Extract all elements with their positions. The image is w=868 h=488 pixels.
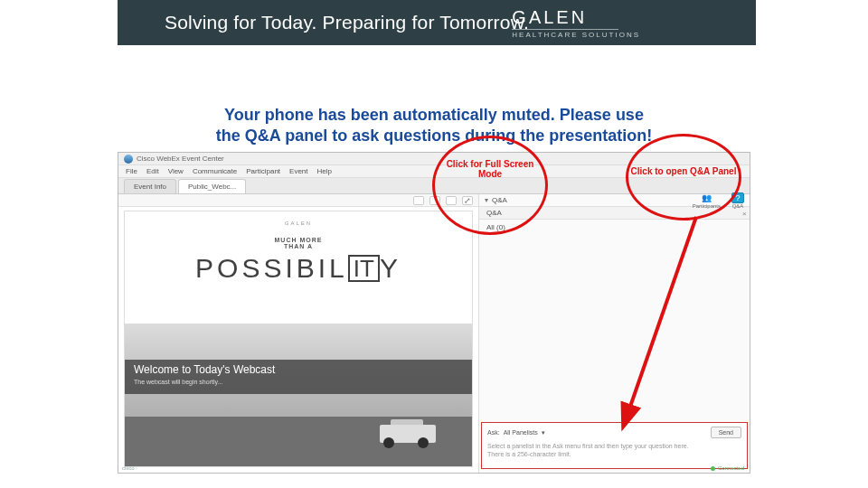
ask-label: Ask: bbox=[487, 429, 500, 436]
poss-box: IT bbox=[348, 255, 380, 282]
ask-target-dropdown[interactable]: All Panelists bbox=[504, 429, 538, 436]
question-input[interactable]: Select a panelist in the Ask menu first … bbox=[487, 442, 741, 458]
toolbar-button[interactable] bbox=[429, 196, 440, 205]
menu-bar: File Edit View Communicate Participant E… bbox=[118, 165, 750, 178]
slide-possibility: POSSIBIL IT Y bbox=[195, 253, 401, 284]
fullscreen-icon: ⤢ bbox=[464, 196, 471, 205]
connected-label: Connected bbox=[718, 465, 744, 471]
qa-panel-button[interactable]: ? Q&A bbox=[731, 192, 744, 209]
toolbar-button[interactable] bbox=[446, 196, 457, 205]
menu-help[interactable]: Help bbox=[317, 167, 332, 175]
placeholder-line2: There is a 256-character limit. bbox=[487, 451, 571, 457]
webex-window: Cisco WebEx Event Center File Edit View … bbox=[118, 152, 750, 474]
participants-icon: 👥 bbox=[700, 192, 712, 203]
welcome-sub: The webcast will begin shortly... bbox=[134, 379, 463, 385]
qa-header: Q&A × bbox=[479, 207, 750, 220]
window-titlebar: Cisco WebEx Event Center bbox=[118, 153, 750, 165]
ask-box: Ask: All Panelists ▾ Send Select a panel… bbox=[481, 422, 748, 469]
qa-label: Q&A bbox=[732, 203, 744, 209]
instruction-line1: Your phone has been automatically muted.… bbox=[224, 106, 644, 124]
participants-label: Participants bbox=[693, 203, 721, 209]
welcome-band: Welcome to Today's Webcast The webcast w… bbox=[125, 360, 472, 394]
qa-chevron-icon[interactable]: ▾ bbox=[485, 196, 488, 204]
tab-row: Event Info Public_Webc... bbox=[118, 178, 750, 194]
slide-brand: GALEN bbox=[285, 221, 312, 226]
brand-logo: GALEN HEALTHCARE SOLUTIONS bbox=[512, 7, 640, 39]
instruction-line2: the Q&A panel to ask questions during th… bbox=[216, 127, 652, 145]
webex-icon bbox=[124, 155, 133, 164]
instruction-text: Your phone has been automatically muted.… bbox=[0, 105, 868, 147]
poss-left: POSSIBIL bbox=[195, 253, 348, 284]
tab-event-info[interactable]: Event Info bbox=[124, 179, 176, 193]
qa-all-filter[interactable]: All (0) bbox=[479, 220, 750, 235]
side-toolbar: ▾ Q&A 👥 Participants ? Q&A bbox=[479, 194, 750, 207]
toolbar-button[interactable] bbox=[413, 196, 424, 205]
slide-headline-2: THAN A bbox=[284, 243, 313, 249]
menu-participant[interactable]: Participant bbox=[246, 167, 280, 175]
presentation-panel: ⤢ GALEN MUCH MORE THAN A POSSIBIL IT Y bbox=[118, 194, 478, 473]
logo-subtitle: HEALTHCARE SOLUTIONS bbox=[512, 31, 640, 39]
send-button[interactable]: Send bbox=[711, 427, 741, 438]
qa-toolbar-label: Q&A bbox=[492, 196, 507, 204]
menu-view[interactable]: View bbox=[168, 167, 184, 175]
menu-file[interactable]: File bbox=[126, 167, 137, 175]
menu-event[interactable]: Event bbox=[289, 167, 307, 175]
participants-button[interactable]: 👥 Participants bbox=[693, 192, 721, 209]
connection-status: Connected bbox=[711, 465, 744, 471]
side-panel: ▾ Q&A 👥 Participants ? Q&A Q&A × bbox=[478, 194, 750, 473]
qa-close-button[interactable]: × bbox=[742, 210, 750, 217]
vehicle bbox=[373, 418, 445, 450]
tab-public-webcast[interactable]: Public_Webc... bbox=[178, 179, 246, 193]
menu-edit[interactable]: Edit bbox=[146, 167, 159, 175]
logo-divider bbox=[512, 29, 618, 30]
qa-icon: ? bbox=[731, 192, 744, 203]
slide-photo bbox=[125, 324, 472, 466]
cisco-footer: cisco bbox=[122, 465, 135, 471]
fullscreen-button[interactable]: ⤢ bbox=[462, 196, 473, 205]
placeholder-line1: Select a panelist in the Ask menu first … bbox=[487, 443, 689, 449]
poss-right: Y bbox=[380, 253, 401, 284]
dropdown-icon[interactable]: ▾ bbox=[542, 429, 545, 436]
window-title: Cisco WebEx Event Center bbox=[137, 155, 224, 163]
status-dot-icon bbox=[711, 466, 715, 471]
slide-headline-1: MUCH MORE bbox=[275, 237, 323, 243]
presentation-slide: GALEN MUCH MORE THAN A POSSIBIL IT Y bbox=[124, 211, 473, 467]
slide-header: Solving for Today. Preparing for Tomorro… bbox=[118, 0, 756, 45]
qa-header-label: Q&A bbox=[486, 209, 742, 217]
header-title: Solving for Today. Preparing for Tomorro… bbox=[165, 12, 529, 33]
welcome-heading: Welcome to Today's Webcast bbox=[134, 363, 463, 376]
menu-communicate[interactable]: Communicate bbox=[193, 167, 237, 175]
logo-name: GALEN bbox=[512, 7, 640, 28]
presentation-toolbar: ⤢ bbox=[118, 194, 478, 207]
